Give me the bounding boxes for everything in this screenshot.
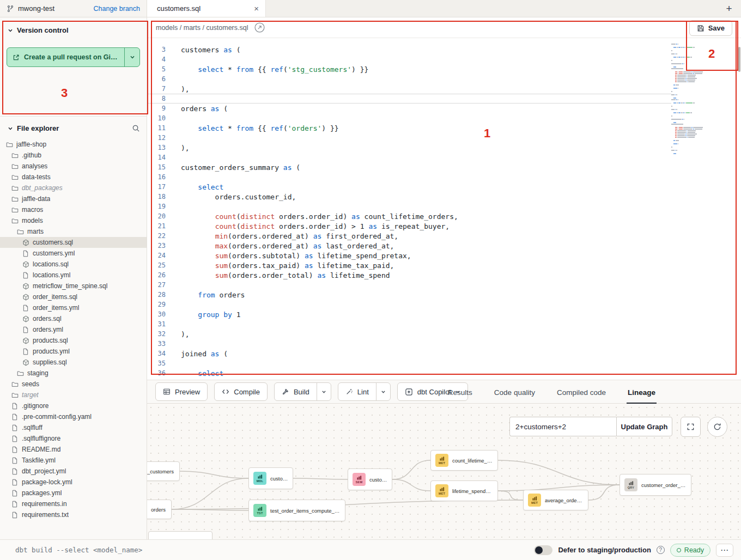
tree-item-customers-yml[interactable]: customers.yml	[0, 248, 147, 259]
code-line[interactable]: 9orders as (	[147, 104, 741, 113]
tree-item--sqlfluffignore[interactable]: .sqlfluffignore	[0, 433, 147, 444]
code-line[interactable]: 19	[147, 202, 741, 211]
editor-tab[interactable]: customers.sql ×	[147, 0, 266, 17]
code-line[interactable]: 16	[147, 172, 741, 182]
tree-item-supplies-sql[interactable]: supplies.sql	[0, 357, 147, 368]
search-icon[interactable]	[132, 124, 140, 132]
code-line[interactable]: 23 max(orders.ordered_at) as last_ordere…	[147, 241, 741, 251]
tree-item-products-yml[interactable]: products.yml	[0, 346, 147, 357]
tree-item-dbt-project-yml[interactable]: dbt_project.yml	[0, 466, 147, 477]
tree-item-metricflow-time-spine-sql[interactable]: metricflow_time_spine.sql	[0, 281, 147, 291]
tree-item-order-items-yml[interactable]: order_items.yml	[0, 302, 147, 313]
lineage-node-customer-order-metrics[interactable]: QRYcustomer_order_metrics	[619, 474, 691, 496]
file-lineage-icon[interactable]	[254, 22, 265, 33]
tree-item-staging[interactable]: staging	[0, 368, 147, 379]
tree-item-orders-sql[interactable]: orders.sql	[0, 313, 147, 324]
tree-item-target[interactable]: target	[0, 389, 147, 400]
lineage-node-lifetime-spend-pretax[interactable]: METlifetime_spend_pretax	[430, 480, 498, 501]
tree-item-locations-yml[interactable]: locations.yml	[0, 270, 147, 281]
code-line[interactable]: 3customers as (	[147, 45, 741, 54]
code-line[interactable]: 4	[147, 54, 741, 64]
minimap[interactable]	[671, 44, 718, 155]
tab-results[interactable]: Results	[447, 382, 473, 404]
code-line[interactable]: 17 select	[147, 182, 741, 192]
code-line[interactable]: 29	[147, 300, 741, 309]
tree-item-analyses[interactable]: analyses	[0, 161, 147, 172]
tree-item-taskfile-yml[interactable]: Taskfile.yml	[0, 455, 147, 466]
lint-button[interactable]: Lint	[338, 383, 376, 400]
code-line[interactable]: 24 sum(orders.subtotal) as lifetime_spen…	[147, 251, 741, 260]
code-line[interactable]: 12	[147, 133, 741, 143]
lineage-selector-input[interactable]	[509, 417, 616, 436]
save-button[interactable]: Save	[689, 20, 732, 36]
tree-item-marts[interactable]: marts	[0, 226, 147, 237]
code-line[interactable]: 14	[147, 153, 741, 162]
code-line[interactable]: 30 group by 1	[147, 309, 741, 319]
code-line[interactable]: 35	[147, 358, 741, 368]
code-line[interactable]: 11 select * from {{ ref('orders') }}	[147, 123, 741, 133]
code-line[interactable]: 27	[147, 280, 741, 290]
new-tab-button[interactable]: +	[717, 0, 741, 17]
preview-button[interactable]: Preview	[155, 382, 208, 401]
code-line[interactable]: 5 select * from {{ ref('stg_customers') …	[147, 64, 741, 74]
help-icon[interactable]: ?	[657, 546, 665, 554]
tree-item-order-items-sql[interactable]: order_items.sql	[0, 291, 147, 302]
code-line[interactable]: 22 min(orders.ordered_at) as first_order…	[147, 231, 741, 241]
tree-item--pre-commit-config-yaml[interactable]: .pre-commit-config.yaml	[0, 411, 147, 422]
compile-button[interactable]: Compile	[214, 382, 268, 401]
code-line[interactable]: 34joined as (	[147, 349, 741, 358]
tree-item-requirements-txt[interactable]: requirements.txt	[0, 509, 147, 520]
lineage-node-stg-customers[interactable]: stg_customers	[147, 461, 180, 481]
lineage-node[interactable]	[148, 531, 212, 539]
code-line[interactable]: 31	[147, 319, 741, 329]
build-button[interactable]: Build	[275, 383, 317, 400]
tab-lineage[interactable]: Lineage	[627, 382, 657, 404]
change-branch-link[interactable]: Change branch	[94, 5, 140, 13]
tree-item-jaffle-data[interactable]: jaffle-data	[0, 193, 147, 204]
code-line[interactable]: 15customer_orders_summary as (	[147, 162, 741, 172]
update-graph-button[interactable]: Update Graph	[616, 417, 672, 436]
tree-item-locations-sql[interactable]: locations.sql	[0, 259, 147, 270]
close-icon[interactable]: ×	[254, 4, 259, 13]
tree-item-macros[interactable]: macros	[0, 204, 147, 215]
code-line[interactable]: 13),	[147, 143, 741, 153]
code-line[interactable]: 7),	[147, 84, 741, 94]
code-line[interactable]: 33	[147, 339, 741, 349]
lineage-node-average-order-value[interactable]: METaverage_order_value	[523, 490, 588, 510]
create-pr-button[interactable]: Create a pull request on Git…	[7, 48, 124, 66]
tree-item-readme-md[interactable]: README.md	[0, 444, 147, 455]
tree-item-package-lock-yml[interactable]: package-lock.yml	[0, 477, 147, 488]
tree-item-dbt-packages[interactable]: dbt_packages	[0, 182, 147, 193]
tree-item-packages-yml[interactable]: packages.yml	[0, 488, 147, 498]
lineage-node-count-lifetime-orders[interactable]: METcount_lifetime_orders	[430, 450, 498, 471]
tree-item-orders-yml[interactable]: orders.yml	[0, 324, 147, 335]
code-editor[interactable]: 3customers as (45 select * from {{ ref('…	[147, 38, 741, 380]
lineage-node-customers[interactable]: MDLcustomers	[248, 467, 293, 489]
code-line[interactable]: 20 count(distinct orders.order_id) as co…	[147, 211, 741, 221]
code-line[interactable]: 28 from orders	[147, 290, 741, 300]
chevron-down-icon[interactable]	[8, 126, 13, 131]
tree-item--github[interactable]: .github	[0, 150, 147, 161]
chevron-down-icon[interactable]	[8, 28, 13, 33]
tree-item--gitignore[interactable]: .gitignore	[0, 400, 147, 411]
refresh-button[interactable]	[707, 417, 727, 437]
tree-item-models[interactable]: models	[0, 215, 147, 226]
build-dropdown-button[interactable]	[317, 383, 331, 400]
code-line[interactable]: 32),	[147, 329, 741, 339]
code-line[interactable]: 8	[147, 94, 671, 104]
editor-scrollbar[interactable]	[738, 47, 740, 72]
tree-item-data-tests[interactable]: data-tests	[0, 172, 147, 182]
code-line[interactable]: 36 select	[147, 368, 741, 378]
defer-toggle[interactable]	[534, 545, 552, 555]
lineage-node-customers[interactable]: SEMcustomers	[348, 468, 392, 490]
pr-dropdown-button[interactable]	[124, 48, 139, 66]
code-line[interactable]: 6	[147, 74, 741, 84]
code-line[interactable]: 10	[147, 113, 741, 123]
more-options-button[interactable]: ⋯	[716, 544, 733, 557]
lint-dropdown-button[interactable]	[376, 383, 390, 400]
lineage-node-orders[interactable]: orders	[147, 500, 172, 519]
code-line[interactable]: 21 count(distinct orders.order_id) > 1 a…	[147, 221, 741, 231]
code-line[interactable]: 18 orders.customer_id,	[147, 192, 741, 202]
code-line[interactable]: 25 sum(orders.tax_paid) as lifetime_tax_…	[147, 260, 741, 270]
fullscreen-button[interactable]	[681, 417, 701, 437]
